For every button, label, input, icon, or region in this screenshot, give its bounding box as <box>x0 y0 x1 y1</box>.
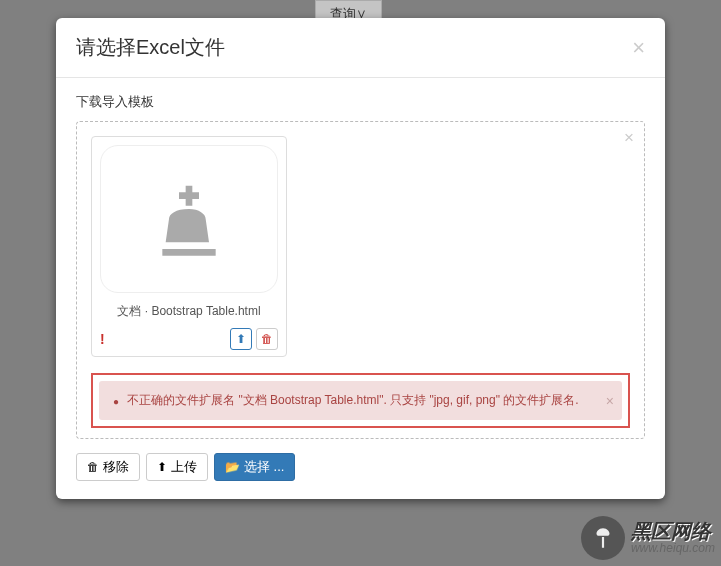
warning-icon: ! <box>100 331 105 347</box>
remove-button-label: 移除 <box>103 458 129 476</box>
watermark-url: www.heiqu.com <box>631 542 715 555</box>
close-icon[interactable]: × <box>632 37 645 59</box>
file-delete-button[interactable]: 🗑 <box>256 328 278 350</box>
upload-button-label: 上传 <box>171 458 197 476</box>
folder-icon: 📂 <box>225 460 240 474</box>
modal-title: 请选择Excel文件 <box>76 34 225 61</box>
error-banner: ● 不正确的文件扩展名 "文档 Bootstrap Table.html". 只… <box>99 381 622 420</box>
chess-king-icon <box>149 179 229 259</box>
error-banner-highlight: ● 不正确的文件扩展名 "文档 Bootstrap Table.html". 只… <box>91 373 630 428</box>
select-button[interactable]: 📂 选择 ... <box>214 453 295 481</box>
upload-arrow-icon: ⬆ <box>157 460 167 474</box>
watermark-title: 黑区网络 <box>631 521 715 542</box>
remove-button[interactable]: 🗑 移除 <box>76 453 140 481</box>
dropzone-close-icon[interactable]: × <box>624 128 634 148</box>
select-button-label: 选择 ... <box>244 458 284 476</box>
file-upload-button[interactable]: ⬆ <box>230 328 252 350</box>
modal-body: 下载导入模板 × 文档 · Bootstrap Table.html ! ⬆ <box>56 78 665 499</box>
download-template-link[interactable]: 下载导入模板 <box>76 93 154 111</box>
modal-dialog: 请选择Excel文件 × 下载导入模板 × 文档 · Bootstrap Tab… <box>56 18 665 499</box>
error-close-icon[interactable]: × <box>606 389 614 411</box>
bullet-icon: ● <box>113 394 119 410</box>
file-name-label: 文档 · Bootstrap Table.html <box>100 303 278 320</box>
file-card: 文档 · Bootstrap Table.html ! ⬆ 🗑 <box>91 136 287 357</box>
trash-icon: 🗑 <box>261 332 273 346</box>
upload-arrow-icon: ⬆ <box>236 332 246 346</box>
error-message: 不正确的文件扩展名 "文档 Bootstrap Table.html". 只支持… <box>127 391 579 410</box>
watermark-logo-icon <box>581 516 625 560</box>
modal-header: 请选择Excel文件 × <box>56 18 665 78</box>
file-actions-row: ! ⬆ 🗑 <box>100 328 278 350</box>
file-dropzone[interactable]: × 文档 · Bootstrap Table.html ! ⬆ 🗑 <box>76 121 645 439</box>
footer-actions: 🗑 移除 ⬆ 上传 📂 选择 ... <box>76 453 645 481</box>
upload-button[interactable]: ⬆ 上传 <box>146 453 208 481</box>
watermark: 黑区网络 www.heiqu.com <box>581 516 715 560</box>
file-preview-thumbnail <box>100 145 278 293</box>
trash-icon: 🗑 <box>87 460 99 474</box>
